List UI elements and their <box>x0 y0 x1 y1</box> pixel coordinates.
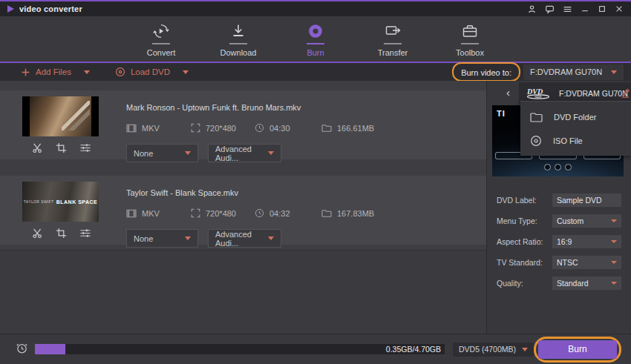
chevron-down-icon <box>185 236 191 240</box>
tab-download[interactable]: Download <box>217 21 260 57</box>
chevron-down-icon <box>185 151 191 155</box>
add-files-button[interactable]: Add Files <box>21 67 90 77</box>
progress-fill <box>35 344 65 354</box>
quality-label: Quality: <box>497 279 552 288</box>
dvd-logo-icon: DVD <box>525 87 552 100</box>
trim-icon[interactable] <box>32 142 43 153</box>
file-title: Mark Ronson - Uptown Funk ft. Bruno Mars… <box>126 103 374 112</box>
file-row-2[interactable]: TAYLOR SWIFT BLANK SPACE Taylor Swift - … <box>0 176 486 245</box>
transfer-icon <box>385 21 402 39</box>
titlebar: video converter <box>0 0 631 16</box>
tv-standard-value: NTSC <box>557 258 578 267</box>
file-list: Mark Ronson - Uptown Funk ft. Bruno Mars… <box>0 81 486 364</box>
burn-button[interactable]: Burn <box>538 340 617 359</box>
tab-label-download: Download <box>220 48 257 57</box>
tab-transfer[interactable]: Transfer <box>371 21 414 57</box>
tv-standard-label: TV Standard: <box>497 258 552 267</box>
toolbox-icon <box>462 21 478 39</box>
chevron-down-icon[interactable] <box>183 70 189 74</box>
tab-underline-active <box>307 43 324 44</box>
chevron-down-icon <box>611 240 617 243</box>
menu-option-dvd-folder[interactable]: DVD Folder <box>520 105 631 129</box>
crop-icon[interactable] <box>56 228 67 239</box>
quality-dropdown[interactable]: Standard <box>552 277 621 290</box>
video-thumbnail-2: TAYLOR SWIFT BLANK SPACE <box>22 182 99 222</box>
chevron-down-icon <box>611 70 617 74</box>
burn-destination-value: F:DVDRAM GU70N <box>530 67 602 76</box>
dvd-label-input[interactable]: Sample DVD <box>552 193 621 207</box>
annotation-highlight-burn: Burn <box>534 337 621 363</box>
collapse-panel-icon[interactable]: ‹ <box>506 87 510 98</box>
aspect-ratio-label: Aspect Ratio: <box>497 237 552 246</box>
close-button[interactable] <box>615 4 624 13</box>
thumbnail-text: BLANK SPACE <box>56 199 98 205</box>
file-title: Taylor Swift - Blank Space.mkv <box>126 188 374 197</box>
edit-icon[interactable] <box>621 87 630 102</box>
folder-icon <box>530 112 543 122</box>
disc-type-dropdown[interactable]: DVD5 (4700MB) <box>453 343 534 357</box>
row-gap <box>0 245 486 250</box>
menu-type-label: Menu Type: <box>497 216 552 225</box>
aspect-ratio-value: 16:9 <box>557 237 572 246</box>
feedback-icon[interactable] <box>545 4 555 14</box>
maximize-button[interactable] <box>598 4 607 13</box>
dvd-label-label: DVD Label: <box>497 196 552 205</box>
file-format: MKV <box>142 209 160 218</box>
tab-label-transfer: Transfer <box>378 48 408 57</box>
menu-option-iso-file[interactable]: ISO File <box>520 129 631 153</box>
burn-to-label: Burn video to: <box>461 68 511 77</box>
size-icon <box>321 124 332 133</box>
convert-icon <box>153 21 169 39</box>
chevron-down-icon <box>611 261 617 264</box>
format-icon <box>126 124 137 133</box>
file-resolution: 720*480 <box>206 209 236 218</box>
preview-nav-button <box>565 164 572 171</box>
duration-icon <box>255 123 264 133</box>
toolbar: Add Files Load DVD Burn video to: F:DVDR… <box>0 63 631 81</box>
file-size: 167.83MB <box>337 209 374 218</box>
format-icon <box>126 209 137 218</box>
tab-convert[interactable]: Convert <box>140 21 183 57</box>
tab-label-toolbox: Toolbox <box>456 48 484 57</box>
chevron-down-icon <box>522 348 528 351</box>
file-duration: 04:30 <box>269 124 290 133</box>
row-gap <box>0 159 486 176</box>
file-row-1[interactable]: Mark Ronson - Uptown Funk ft. Bruno Mars… <box>0 90 486 159</box>
app-logo-icon <box>7 5 14 13</box>
file-size: 166.61MB <box>337 124 374 133</box>
thumbnail-text: TAYLOR SWIFT <box>24 199 54 204</box>
chevron-down-icon[interactable] <box>84 70 90 74</box>
minimize-button[interactable] <box>581 4 589 13</box>
load-dvd-button[interactable]: Load DVD <box>115 67 189 77</box>
video-converter-window: video converter Convert Download Burn <box>0 0 631 364</box>
preview-nav-button <box>555 164 561 171</box>
add-files-label: Add Files <box>36 67 71 76</box>
file-duration: 04:32 <box>269 209 290 218</box>
chevron-down-icon <box>611 282 617 285</box>
chevron-down-icon <box>268 236 274 240</box>
tab-toolbox[interactable]: Toolbox <box>448 21 491 57</box>
output-target-value: F:DVDRAM GU70N <box>559 89 628 98</box>
tab-underline <box>229 43 247 44</box>
menu-type-dropdown[interactable]: Custom <box>552 214 621 228</box>
preview-title-text: TI <box>497 109 506 118</box>
plus-icon <box>21 67 30 77</box>
trim-icon[interactable] <box>32 228 43 239</box>
app-title: video converter <box>19 4 82 13</box>
dvd-settings-form: DVD Label: Sample DVD Menu Type: Custom … <box>497 193 621 297</box>
tab-label-convert: Convert <box>147 48 176 57</box>
crop-icon[interactable] <box>56 142 67 153</box>
menu-option-label: ISO File <box>553 136 583 145</box>
tv-standard-dropdown[interactable]: NTSC <box>552 256 621 269</box>
account-icon[interactable] <box>527 4 537 14</box>
chevron-down-icon <box>268 151 274 155</box>
effects-icon[interactable] <box>79 228 91 239</box>
file-resolution: 720*480 <box>206 124 236 133</box>
aspect-ratio-dropdown[interactable]: 16:9 <box>552 235 621 248</box>
load-dvd-label: Load DVD <box>131 67 170 76</box>
tab-burn[interactable]: Burn <box>294 21 337 57</box>
menu-icon[interactable] <box>563 4 572 14</box>
annotation-highlight-burn-to: Burn video to: <box>452 62 520 82</box>
effects-icon[interactable] <box>79 142 91 153</box>
burn-destination-dropdown[interactable]: F:DVDRAM GU70N <box>523 64 624 80</box>
